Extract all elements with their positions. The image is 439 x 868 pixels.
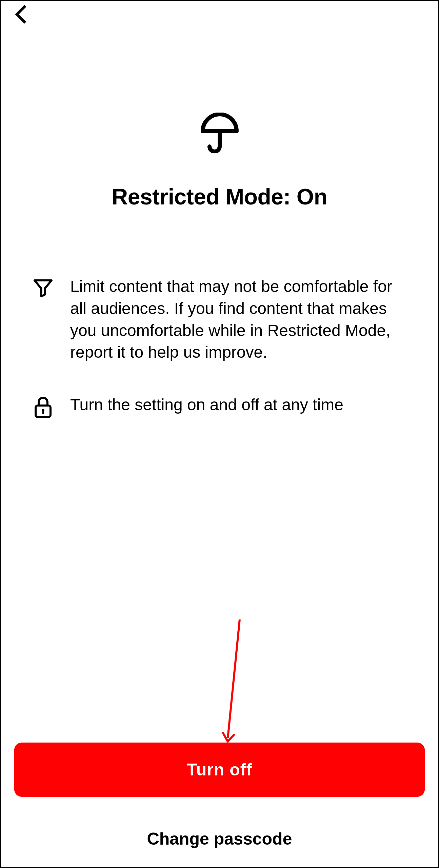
info-row-filter: Limit content that may not be comfortabl… [33,276,406,363]
info-row-lock: Turn the setting on and off at any time [33,394,406,418]
header [1,1,438,28]
main-icon-container [1,113,438,153]
info-section: Limit content that may not be comfortabl… [1,276,438,418]
filter-icon [33,276,53,298]
back-button[interactable] [11,4,31,24]
lock-description: Turn the setting on and off at any time [70,394,343,416]
page-title: Restricted Mode: On [1,184,438,210]
change-passcode-button[interactable]: Change passcode [14,829,425,849]
annotation-arrow-icon [221,618,248,747]
lock-icon [33,394,53,418]
bottom-section: Turn off Change passcode [1,743,438,857]
umbrella-icon [199,113,240,153]
svg-line-3 [228,619,240,738]
chevron-left-icon [14,4,28,24]
turn-off-button[interactable]: Turn off [14,743,425,797]
svg-rect-2 [42,410,44,414]
filter-description: Limit content that may not be comfortabl… [70,276,406,363]
